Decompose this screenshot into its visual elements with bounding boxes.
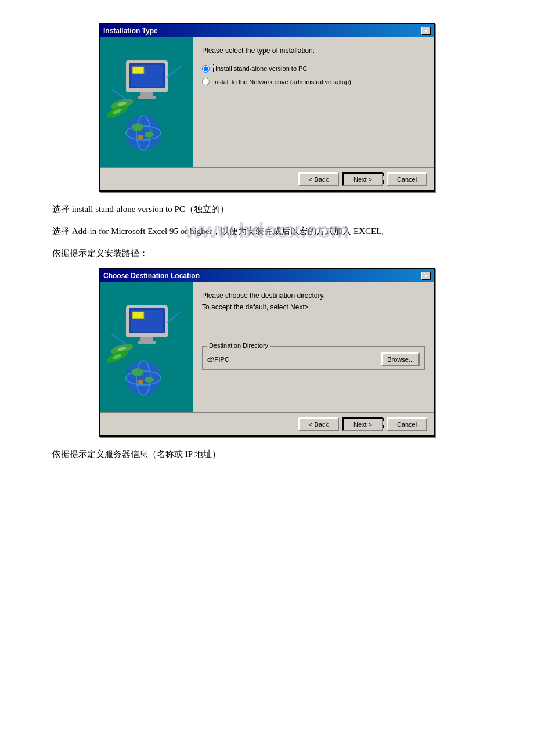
radio-network[interactable] <box>202 78 210 85</box>
svg-rect-6 <box>138 96 156 99</box>
svg-line-37 <box>111 334 129 346</box>
dest-dir-label: Destination Directory <box>207 342 270 349</box>
illustration2-svg <box>100 282 193 410</box>
dialog1-illustration <box>100 37 193 167</box>
svg-point-30 <box>126 361 161 395</box>
paragraph-4: 依据提示定义服务器信息（名称或 IP 地址） <box>35 447 499 461</box>
dialog2-illustration <box>100 282 193 412</box>
dialog2-footer: < Back Next > Cancel <box>100 412 434 435</box>
destination-directory-groupbox: Destination Directory d:\PIPC Browse... <box>202 346 425 370</box>
svg-rect-3 <box>132 67 144 74</box>
svg-line-18 <box>111 89 129 101</box>
dialog2-close-button[interactable]: × <box>421 272 431 280</box>
dialog1-next-button[interactable]: Next > <box>342 172 383 186</box>
dialog2-line1: Please choose the destination directory. <box>202 291 425 300</box>
svg-point-11 <box>126 116 161 150</box>
paragraph-1: 选择 install stand-alone version to PC（独立的… <box>35 202 499 216</box>
svg-point-16 <box>138 135 143 139</box>
radio-standalone[interactable] <box>202 65 210 73</box>
dialog1-titlebar: Installation Type × <box>100 24 434 37</box>
paragraph-2: 选择 Add-in for Microsoft Excel 95 or high… <box>35 224 499 238</box>
svg-line-17 <box>167 66 181 78</box>
svg-point-15 <box>145 132 154 138</box>
svg-rect-25 <box>138 341 156 344</box>
dialog1-close-button[interactable]: × <box>421 27 431 35</box>
svg-rect-24 <box>140 337 153 341</box>
svg-point-33 <box>132 368 143 376</box>
installation-type-dialog: Installation Type × <box>99 23 435 192</box>
dialog1-title: Installation Type <box>103 27 158 35</box>
svg-line-36 <box>167 311 181 323</box>
radio-group: Install stand-alone version to PC Instal… <box>202 64 425 85</box>
dialog1-content: Please select the type of installation: … <box>193 37 434 167</box>
svg-point-14 <box>132 123 143 131</box>
dialog2-titlebar: Choose Destination Location × <box>100 269 434 282</box>
dialog2-cancel-button[interactable]: Cancel <box>387 417 427 431</box>
dialog2-body: Please choose the destination directory.… <box>100 282 434 412</box>
browse-button[interactable]: Browse... <box>381 352 420 366</box>
radio-option-1: Install stand-alone version to PC <box>202 64 425 73</box>
radio-network-label: Install to the Network drive (administra… <box>213 78 351 85</box>
radio-option-2: Install to the Network drive (administra… <box>202 78 425 85</box>
dialog1-cancel-button[interactable]: Cancel <box>387 172 427 186</box>
svg-rect-22 <box>132 312 144 319</box>
dest-dir-path: d:\PIPC <box>207 356 378 363</box>
dialog2-line2: To accept the default, select Next> <box>202 303 425 311</box>
dialog2-title: Choose Destination Location <box>103 272 200 280</box>
svg-point-35 <box>138 380 143 384</box>
dialog2-back-button[interactable]: < Back <box>298 417 339 431</box>
dialog1-prompt: Please select the type of installation: <box>202 46 425 55</box>
svg-rect-5 <box>140 92 153 96</box>
choose-destination-dialog: Choose Destination Location × <box>99 268 435 437</box>
dialog1-back-button[interactable]: < Back <box>298 172 339 186</box>
illustration-svg <box>100 37 193 165</box>
paragraph-2-container: 选择 Add-in for Microsoft Excel 95 or high… <box>35 224 499 238</box>
dialog2-next-button[interactable]: Next > <box>342 417 383 431</box>
dialog1-body: Please select the type of installation: … <box>100 37 434 167</box>
paragraph-3: 依据提示定义安装路径： <box>35 246 499 260</box>
radio-standalone-label: Install stand-alone version to PC <box>213 64 309 73</box>
dialog2-content: Please choose the destination directory.… <box>193 282 434 412</box>
dialog1-footer: < Back Next > Cancel <box>100 167 434 190</box>
dest-dir-row: d:\PIPC Browse... <box>207 352 420 366</box>
svg-point-34 <box>145 377 154 383</box>
